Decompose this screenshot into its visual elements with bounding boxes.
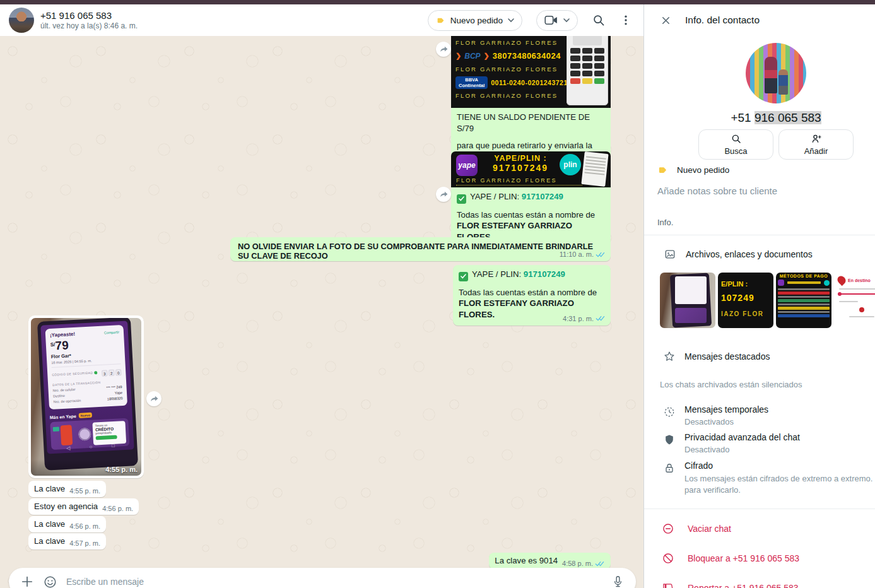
advanced-privacy-status: Desactivado (684, 445, 800, 454)
outgoing-reminder-message[interactable]: NO OLVIDE ENVIAR LA FOTO DE SU COMPROBAN… (230, 237, 611, 261)
message-input[interactable] (66, 577, 602, 587)
media-thumbnail-payment-methods[interactable]: MÉTODOS DE PAGO (776, 273, 831, 328)
kebab-menu-icon (620, 13, 632, 27)
message-text: La clave (34, 484, 65, 493)
message-text: La clave (34, 519, 65, 529)
label-tag-icon (657, 165, 668, 175)
chevron-down-icon (563, 18, 570, 23)
customer-label-text: Nuevo pedido (677, 165, 729, 175)
forward-message-button[interactable] (436, 42, 451, 57)
disappearing-messages-icon (663, 406, 676, 418)
message-time: 4:55 p. m. (105, 466, 138, 473)
pos-terminal-graphic (567, 36, 608, 105)
outgoing-key-message[interactable]: La clave es 9014 4:58 p. m. (489, 553, 611, 569)
incoming-message[interactable]: La clave4:55 p. m. (28, 481, 106, 497)
search-chat-button[interactable]: Busca (698, 129, 773, 160)
close-icon[interactable] (660, 15, 672, 26)
add-contact-button[interactable]: Añadir (778, 129, 854, 160)
menu-button[interactable] (620, 13, 632, 27)
yape-plin-image[interactable]: yape YAPE/PLIN : 917107249 plin FLOR GAR… (451, 151, 611, 187)
report-contact-label: Reportar a +51 916 065 583 (688, 583, 799, 588)
thumbs-down-icon (662, 582, 674, 588)
reminder-text: NO OLVIDE ENVIAR LA FOTO DE SU COMPROBAN… (238, 242, 603, 261)
media-links-docs-row[interactable]: Archivos, enlaces y documentos (663, 248, 813, 261)
security-code: 320 (100, 367, 122, 377)
message-time: 11:10 a. m. (560, 250, 594, 258)
bbva-account-number: 0011-0240-0201243721 (491, 79, 568, 86)
media-thumbnail-receipt-photo[interactable] (660, 273, 715, 328)
bcp-logo: BCP (464, 52, 480, 61)
bcp-account-number: 38073480634024 (493, 51, 561, 61)
block-icon (662, 552, 674, 565)
contact-header-info[interactable]: +51 916 065 583 últ. vez hoy a la(s) 8:4… (40, 10, 138, 31)
customer-label-row[interactable]: Nuevo pedido (657, 165, 729, 175)
message-time: 4:56 p. m. (69, 522, 100, 530)
attach-button[interactable] (20, 575, 34, 588)
minus-circle-icon (662, 522, 674, 535)
incoming-message[interactable]: La clave4:56 p. m. (28, 516, 106, 532)
whatsapp-window: +51 916 065 583 últ. vez hoy a la(s) 8:4… (0, 0, 875, 588)
check-emoji-icon (457, 194, 466, 204)
clear-chat-action[interactable]: Vaciar chat (662, 522, 731, 535)
media-gallery-icon (663, 248, 677, 261)
receipt-title: ¡Yapeaste! (50, 331, 75, 338)
video-camera-icon (544, 15, 558, 25)
disappearing-messages-row[interactable]: Mensajes temporales Desactivados (663, 404, 768, 426)
incoming-receipt-photo-message[interactable]: ¡Yapeaste! Compartir S/79 Flor Gar* 16 m… (28, 315, 144, 478)
read-receipt-icon (595, 560, 605, 567)
receipt-amount: 79 (55, 338, 69, 352)
advanced-privacy-row[interactable]: Privacidad avanzada del chat Desactivado (663, 432, 800, 454)
paper-list-graphic (581, 151, 608, 187)
encryption-row[interactable]: Cifrado Los mensajes están cifrados de e… (663, 460, 875, 496)
starred-messages-row[interactable]: Mensajes destacados (663, 350, 770, 363)
yape-receipt-photo[interactable]: ¡Yapeaste! Compartir S/79 Flor Gar* 16 m… (31, 318, 141, 476)
bank-accounts-image[interactable]: Interbank8983363249460 FLOR GARRIAZO FLO… (451, 36, 611, 108)
search-icon (592, 13, 606, 27)
incoming-message[interactable]: Estoy en agencia4:56 p. m. (28, 498, 139, 515)
message-time: 4:55 p. m. (69, 487, 100, 495)
caption-line: YAPE / PLIN: 917107249 (459, 269, 605, 281)
account-holder-name: FLOR GARRIAZO FLORES (455, 62, 564, 76)
media-thumbnail-tracking[interactable]: En destino (834, 273, 875, 328)
archived-chats-note: Los chats archivados están silenciados (660, 380, 802, 389)
message-time: 4:58 p. m. (562, 560, 593, 567)
caption-line: Todas las cuentas están a nombre de (457, 209, 605, 221)
media-thumbnail-yape-plin[interactable]: E/PLIN : 107249 IAZO FLOR (718, 273, 773, 328)
account-holder-name: FLOR GARRIAZO FLORES (456, 177, 582, 185)
forward-message-button[interactable] (436, 187, 451, 202)
block-contact-action[interactable]: Bloquear a +51 916 065 583 (662, 552, 799, 565)
video-call-button[interactable] (536, 10, 578, 31)
incoming-message[interactable]: La clave4:57 p. m. (28, 533, 106, 550)
outgoing-yape-plin-text-message[interactable]: YAPE / PLIN: 917107249 Todas las cuentas… (453, 265, 611, 326)
disappearing-messages-label: Mensajes temporales (684, 404, 768, 415)
chat-header: +51 916 065 583 últ. vez hoy a la(s) 8:4… (0, 4, 643, 36)
message-time: 4:57 p. m. (69, 539, 100, 547)
order-label-text: Nuevo pedido (450, 16, 503, 25)
plin-logo: plin (560, 154, 581, 175)
report-contact-action[interactable]: Reportar a +51 916 065 583 (662, 582, 799, 588)
message-composer (9, 568, 636, 588)
microphone-button[interactable] (611, 575, 625, 588)
media-links-docs-label: Archivos, enlaces y documentos (686, 249, 813, 259)
chevron-down-icon (508, 18, 514, 23)
order-label-button[interactable]: Nuevo pedido (428, 10, 522, 31)
receipt-share-link: Compartir (104, 330, 119, 334)
customer-notes-field[interactable]: Añade notas sobre tu cliente (657, 185, 777, 196)
divider (644, 235, 875, 235)
read-receipt-icon (596, 315, 606, 322)
contact-profile-photo[interactable] (746, 43, 806, 103)
panel-header: Info. del contacto (644, 4, 875, 36)
person-add-icon (810, 133, 823, 144)
search-button[interactable] (592, 13, 606, 27)
message-time: 4:31 p. m. (563, 315, 594, 322)
last-seen-status: últ. vez hoy a la(s) 8:46 a. m. (40, 21, 138, 30)
contact-phone-number[interactable]: +51 916 065 583 (644, 111, 875, 125)
contact-avatar[interactable] (9, 8, 34, 33)
emoji-button[interactable] (43, 575, 57, 588)
yape-logo: yape (456, 155, 478, 176)
lock-icon (663, 462, 676, 474)
caption-line: TIENE UN SALDO PENDIENTE DE S/79 (457, 112, 605, 134)
forward-message-button[interactable] (146, 391, 161, 406)
encryption-label: Cifrado (684, 461, 713, 471)
caption-line: YAPE / PLIN: 917107249 (457, 191, 605, 204)
